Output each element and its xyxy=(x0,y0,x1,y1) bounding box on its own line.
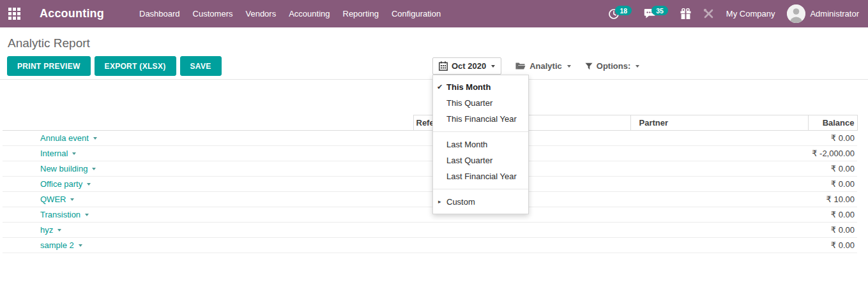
dropdown-item-label: This Quarter xyxy=(446,98,492,108)
chevron-down-icon xyxy=(72,152,76,155)
dropdown-item-label: Last Quarter xyxy=(446,156,492,165)
apps-menu-button[interactable] xyxy=(0,0,28,27)
messages-button[interactable]: 35 xyxy=(644,8,668,19)
chevron-down-icon xyxy=(79,244,82,247)
table-row: hyz₹ 0.00 xyxy=(3,223,857,238)
export-xlsx-button[interactable]: EXPORT (XLSX) xyxy=(95,56,176,76)
analytic-report-table: Reference Partner Balance Annula event₹ … xyxy=(3,115,858,253)
apps-grid-icon xyxy=(8,8,20,20)
app-title: Accounting xyxy=(40,7,104,20)
table-row: Internal₹ -2,000.00 xyxy=(3,146,857,161)
partner-cell xyxy=(630,177,808,192)
balance-cell: ₹ 0.00 xyxy=(808,161,857,177)
date-filter-label: Oct 2020 xyxy=(452,61,486,71)
partner-cell xyxy=(630,192,808,207)
account-name-label: sample 2 xyxy=(40,240,74,250)
partner-cell xyxy=(630,223,808,238)
chevron-down-icon xyxy=(85,214,89,216)
partner-cell xyxy=(630,238,808,253)
balance-cell: ₹ 0.00 xyxy=(808,223,857,238)
table-header-row: Reference Partner Balance xyxy=(3,115,857,131)
balance-cell: ₹ 0.00 xyxy=(808,177,857,192)
dropdown-item-this-financial-year[interactable]: This Financial Year xyxy=(433,111,528,127)
options-filter-label: Options: xyxy=(597,61,630,71)
account-name-label: QWER xyxy=(40,195,66,204)
dropdown-divider xyxy=(433,131,528,132)
account-name-cell: Internal xyxy=(3,146,413,161)
partner-cell xyxy=(630,131,808,146)
balance-cell: ₹ 0.00 xyxy=(808,207,857,223)
dropdown-item-label: This Month xyxy=(446,82,491,92)
account-name-cell: Annula event xyxy=(3,131,413,146)
account-link-annula-event[interactable]: Annula event xyxy=(40,133,97,143)
header-balance: Balance xyxy=(808,115,857,131)
nav-item-dashboard[interactable]: Dashboard xyxy=(133,0,187,27)
date-dropdown: ✔This MonthThis QuarterThis Financial Ye… xyxy=(432,75,529,214)
dropdown-item-label: Custom xyxy=(446,197,475,207)
rewards-button[interactable] xyxy=(680,8,691,20)
company-switcher[interactable]: My Company xyxy=(726,9,775,18)
check-icon: ✔ xyxy=(437,82,443,92)
account-link-office-party[interactable]: Office party xyxy=(40,179,91,189)
activities-button[interactable]: 18 xyxy=(608,8,632,20)
avatar[interactable] xyxy=(787,4,805,23)
partner-cell xyxy=(630,207,808,223)
chevron-down-icon xyxy=(70,198,74,201)
chevron-down-icon xyxy=(92,168,96,170)
balance-cell: ₹ 0.00 xyxy=(808,131,857,146)
dropdown-item-label: Last Month xyxy=(446,140,487,149)
nav-item-reporting[interactable]: Reporting xyxy=(337,0,385,27)
balance-cell: ₹ 10.00 xyxy=(808,192,857,207)
account-link-sample-2[interactable]: sample 2 xyxy=(40,240,82,250)
nav-item-configuration[interactable]: Configuration xyxy=(385,0,447,27)
debug-tools-button[interactable] xyxy=(703,8,714,19)
report-table-body: Annula event₹ 0.00Internal₹ -2,000.00New… xyxy=(3,131,857,253)
chevron-down-icon xyxy=(93,137,97,140)
save-button[interactable]: SAVE xyxy=(180,56,222,76)
account-name-cell: Office party xyxy=(3,177,413,192)
dropdown-item-this-quarter[interactable]: This Quarter xyxy=(433,95,528,111)
account-name-cell: Transistion xyxy=(3,207,413,223)
action-buttons: PRINT PREVIEWEXPORT (XLSX)SAVE xyxy=(7,56,222,76)
dropdown-item-last-month[interactable]: Last Month xyxy=(433,136,528,152)
analytic-filter-button[interactable]: Analytic xyxy=(515,61,571,71)
nav-item-vendors[interactable]: Vendors xyxy=(239,0,282,27)
balance-cell: ₹ 0.00 xyxy=(808,238,857,253)
account-link-transistion[interactable]: Transistion xyxy=(40,210,89,219)
table-row: QWER₹ 10.00 xyxy=(3,192,857,207)
nav-item-customers[interactable]: Customers xyxy=(187,0,240,27)
partner-cell xyxy=(630,161,808,177)
dropdown-item-last-quarter[interactable]: Last Quarter xyxy=(433,152,528,168)
topbar: Accounting DashboardCustomersVendorsAcco… xyxy=(0,0,868,27)
chevron-down-icon xyxy=(57,229,61,232)
table-row: New building₹ 0.00 xyxy=(3,161,857,177)
systray: 18 35 xyxy=(608,0,868,27)
account-link-hyz[interactable]: hyz xyxy=(40,225,61,235)
user-menu[interactable]: Administrator xyxy=(810,9,859,18)
table-row: Transistion₹ 0.00 xyxy=(3,207,857,223)
header-partner: Partner xyxy=(630,115,808,131)
dropdown-item-this-month[interactable]: ✔This Month xyxy=(433,79,528,95)
filter-toolbar: Oct 2020 Analytic Options: xyxy=(432,57,639,75)
print-preview-button[interactable]: PRINT PREVIEW xyxy=(7,56,91,76)
date-filter-button[interactable]: Oct 2020 xyxy=(432,57,501,75)
account-link-new-building[interactable]: New building xyxy=(40,164,96,173)
messages-badge: 35 xyxy=(651,6,668,15)
header-name xyxy=(3,115,413,131)
account-link-internal[interactable]: Internal xyxy=(40,149,76,158)
page-title: Analytic Report xyxy=(8,36,90,50)
chevron-down-icon xyxy=(567,65,571,68)
partner-cell xyxy=(630,146,808,161)
account-link-qwer[interactable]: QWER xyxy=(40,195,74,204)
tools-icon xyxy=(703,8,714,19)
balance-cell: ₹ -2,000.00 xyxy=(808,146,857,161)
dropdown-item-last-financial-year[interactable]: Last Financial Year xyxy=(433,168,528,184)
nav-item-accounting[interactable]: Accounting xyxy=(282,0,336,27)
dropdown-item-custom[interactable]: ▸Custom xyxy=(433,194,528,210)
table-row: Office party₹ 0.00 xyxy=(3,177,857,192)
gift-icon xyxy=(680,8,691,20)
main-nav: DashboardCustomersVendorsAccountingRepor… xyxy=(133,0,447,27)
account-name-label: New building xyxy=(40,164,88,173)
account-name-cell: New building xyxy=(3,161,413,177)
options-filter-button[interactable]: Options: xyxy=(585,61,639,71)
